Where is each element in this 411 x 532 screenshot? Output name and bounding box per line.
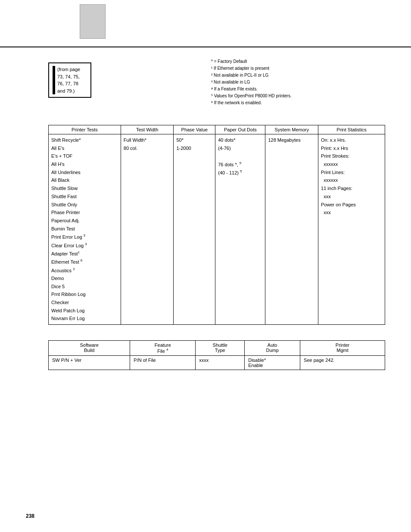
phase-value-list: 50* 1-2000	[176, 136, 212, 152]
list-item: E's + TOF	[51, 152, 118, 160]
list-item: (40 - 112) 5	[218, 168, 262, 177]
bottom-cell-auto-dump: Disable*Enable	[245, 355, 300, 370]
list-item: On: x.x Hrs.	[321, 136, 382, 144]
list-item: Checker	[51, 299, 118, 307]
list-item: Paperout Adj.	[51, 217, 118, 225]
bottom-table-area: SoftwareBuild FeatureFile 4 ShuttleType …	[48, 340, 385, 370]
header-paperout-dots: Paper Out Dots	[215, 125, 265, 134]
header-phase-value: Phase Value	[174, 125, 215, 134]
list-item: Shuttle Fast	[51, 193, 118, 201]
printer-tests-list: Shift Recycle* All E's E's + TOF All H's…	[51, 136, 118, 323]
list-item: Shuttle Only	[51, 201, 118, 209]
list-item: Shift Recycle*	[51, 136, 118, 144]
list-item: 11 inch Pages:	[321, 184, 382, 193]
list-item: xxx	[321, 193, 382, 201]
list-item: Print Error Log 3	[51, 233, 118, 241]
list-item: 128 Megabytes	[268, 136, 315, 144]
main-diagram: Printer Tests Test Width Phase Value Pap…	[48, 125, 385, 325]
list-item: Print Lines:	[321, 168, 382, 177]
print-stats-list: On: x.x Hrs. Print: x.x Hrs Print Stroke…	[321, 136, 382, 217]
footnote-6: ⁵ Values for OpenPrint P8000 HD printers…	[211, 93, 292, 100]
bottom-header-shuttle-type: ShuttleType	[196, 341, 245, 356]
system-memory-cell: 128 Megabytes	[265, 134, 318, 325]
header-system-memory: System Memory	[265, 125, 318, 134]
phase-value-cell: 50* 1-2000	[174, 134, 215, 325]
list-item: All E's	[51, 144, 118, 152]
bottom-cell-shuttle-type: xxxx	[196, 355, 245, 370]
print-stats-cell: On: x.x Hrs. Print: x.x Hrs Print Stroke…	[318, 134, 385, 325]
list-item: (4-76)	[218, 144, 262, 152]
list-item: Shuttle Slow	[51, 184, 118, 193]
test-width-cell: Full Width* 80 col.	[121, 134, 174, 325]
list-item-phase-printer: Phase Printer	[51, 208, 118, 217]
list-item: Full Width*	[124, 136, 171, 144]
from-page-box: (from page 73, 74, 75, 76, 77, 78 and 79…	[48, 62, 91, 98]
system-memory-list: 128 Megabytes	[268, 136, 315, 144]
from-page-text: (from page 73, 74, 75, 76, 77, 78 and 79…	[53, 66, 87, 94]
header-printer-tests: Printer Tests	[49, 125, 121, 134]
list-item: 50*	[176, 136, 212, 144]
list-item: xxx	[321, 208, 382, 217]
list-item: All Black	[51, 176, 118, 184]
list-item: 76 dots *, 5	[218, 160, 262, 168]
main-table: Printer Tests Test Width Phase Value Pap…	[48, 125, 385, 325]
test-width-list: Full Width* 80 col.	[124, 136, 171, 152]
list-item-clear-error-log: Clear Error Log 3	[51, 241, 118, 249]
footnote-1: * = Factory Default	[211, 58, 292, 65]
list-item: 40 dots*	[218, 136, 262, 144]
footnotes: * = Factory Default ¹ If Ethernet adapte…	[211, 58, 292, 106]
list-item: Burnin Test	[51, 225, 118, 233]
bottom-table: SoftwareBuild FeatureFile 4 ShuttleType …	[48, 340, 385, 370]
list-item: All Underlines	[51, 168, 118, 177]
list-item: Demo	[51, 274, 118, 283]
bottom-cell-software-build: SW P/N + Ver	[49, 355, 130, 370]
bottom-header-printer-mgmt: PrinterMgmt	[300, 341, 385, 356]
list-item: xxxxxx	[321, 176, 382, 184]
printer-tests-cell: Shift Recycle* All E's E's + TOF All H's…	[49, 134, 121, 325]
bottom-cell-feature-file: P/N of File	[130, 355, 196, 370]
bottom-header-auto-dump: AutoDump	[245, 341, 300, 356]
table-header-row: Printer Tests Test Width Phase Value Pap…	[49, 125, 385, 134]
list-item: Adapter Test1	[51, 249, 118, 258]
table-body-row: Shift Recycle* All E's E's + TOF All H's…	[49, 134, 385, 325]
bottom-header-software-build: SoftwareBuild	[49, 341, 130, 356]
top-section	[0, 0, 411, 47]
list-item: Ethernet Test 6	[51, 258, 118, 266]
footnote-2: ¹ If Ethernet adapter is present	[211, 65, 292, 72]
list-item: Novram Err Log	[51, 314, 118, 323]
list-item: All H's	[51, 160, 118, 168]
list-item: Power on Pages	[321, 201, 382, 209]
bottom-header-row: SoftwareBuild FeatureFile 4 ShuttleType …	[49, 341, 385, 356]
list-item: 1-2000	[176, 144, 212, 152]
list-item: Prnt Ribbon Log	[51, 290, 118, 299]
header-print-stats: Print Statistics	[318, 125, 385, 134]
list-item: Dice 5	[51, 283, 118, 291]
paperout-dots-list: 40 dots* (4-76) 76 dots *, 5 (40 - 112) …	[218, 136, 262, 177]
header-test-width: Test Width	[121, 125, 174, 134]
page-number: 238	[26, 513, 34, 519]
list-item: Print Strokes:	[321, 152, 382, 160]
footnote-7: ⁶ If the network is enabled.	[211, 100, 292, 106]
tab-bookmark	[80, 4, 106, 39]
list-item: Acoustics 2	[51, 266, 118, 274]
bottom-body-row: SW P/N + Ver P/N of File xxxx Disable*En…	[49, 355, 385, 370]
bottom-cell-printer-mgmt: See page 242.	[300, 355, 385, 370]
list-item: Print: x.x Hrs	[321, 144, 382, 152]
bottom-header-feature-file: FeatureFile 4	[130, 341, 196, 356]
paperout-dots-cell: 40 dots* (4-76) 76 dots *, 5 (40 - 112) …	[215, 134, 265, 325]
footnote-4: ³ Not available in LG	[211, 79, 292, 86]
footnote-3: ² Not available in PCL-II or LG	[211, 72, 292, 79]
list-item: xxxxxx	[321, 160, 382, 168]
footnote-5: ⁴ If a Feature File exists.	[211, 86, 292, 93]
list-item: Weld Patch Log	[51, 307, 118, 315]
list-item	[218, 152, 262, 160]
list-item: 80 col.	[124, 144, 171, 152]
